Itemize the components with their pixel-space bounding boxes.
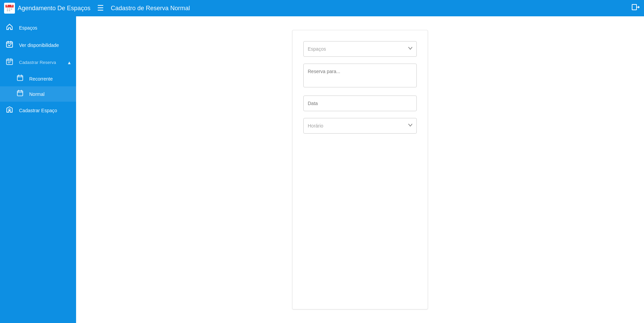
topbar-left: Agendamento De Espaços ☰ Cadastro de Res…: [4, 2, 190, 14]
sidebar-item-cadastrar-espaco[interactable]: Cadastrar Espaço: [0, 102, 76, 119]
form-card: Espaços Espaço 1 Espaço 2 Espaço 3: [292, 30, 428, 309]
app-title: Agendamento De Espaços: [18, 5, 90, 12]
page-title: Cadastro de Reserva Normal: [111, 5, 190, 12]
sidebar-item-espacos[interactable]: Espaços: [0, 19, 76, 36]
calendar-recorrente-icon: [16, 74, 24, 83]
svg-rect-6: [7, 8, 8, 10]
svg-rect-10: [9, 10, 10, 11]
sidebar-item-ver-disponibilidade-label: Ver disponibilidade: [19, 42, 59, 48]
content-area: Espaços Espaço 1 Espaço 2 Espaço 3: [76, 16, 644, 323]
exit-icon[interactable]: [631, 3, 640, 14]
calendar-normal-icon: [16, 90, 24, 98]
sidebar-item-cadastrar-reserva-label: Cadastrar Reserva: [19, 60, 56, 65]
sidebar: Espaços Ver disponibilidade: [0, 16, 76, 323]
data-input[interactable]: [303, 96, 417, 111]
sidebar-subitem-recorrente-label: Recorrente: [29, 76, 53, 82]
svg-rect-31: [9, 109, 10, 110]
espacos-select[interactable]: Espaços Espaço 1 Espaço 2 Espaço 3: [303, 41, 417, 57]
reserva-textarea[interactable]: [303, 64, 417, 87]
horario-select[interactable]: Horário 08:00 - 09:00 09:00 - 10:00 10:0…: [303, 118, 417, 134]
sidebar-item-cadastrar-reserva[interactable]: Cadastrar Reserva ▴: [0, 54, 76, 71]
app-logo: Agendamento De Espaços: [4, 3, 90, 14]
svg-rect-27: [17, 91, 23, 96]
calendar-logo-svg: [5, 3, 14, 13]
sidebar-subitem-recorrente[interactable]: Recorrente: [0, 71, 76, 86]
svg-rect-8: [11, 8, 12, 10]
reserva-field-wrapper: [303, 64, 417, 89]
calendar-list-icon: [5, 58, 14, 67]
svg-rect-23: [17, 75, 23, 81]
topbar-right: [631, 3, 640, 14]
horario-field-wrapper: Horário 08:00 - 09:00 09:00 - 10:00 10:0…: [303, 118, 417, 134]
svg-rect-7: [9, 8, 10, 10]
building-icon: [5, 106, 14, 115]
svg-rect-11: [632, 4, 637, 10]
home-icon: [5, 23, 14, 32]
calendar-check-icon: [5, 40, 14, 50]
logo-icon: [4, 3, 15, 14]
svg-rect-3: [5, 6, 14, 7]
svg-rect-9: [7, 10, 8, 11]
chevron-up-icon: ▴: [68, 59, 71, 66]
svg-rect-13: [6, 42, 13, 47]
main-layout: Espaços Ver disponibilidade: [0, 16, 644, 323]
topbar: Agendamento De Espaços ☰ Cadastro de Res…: [0, 0, 644, 16]
sidebar-subitem-normal[interactable]: Normal: [0, 86, 76, 102]
data-field-wrapper: [303, 96, 417, 111]
hamburger-icon[interactable]: ☰: [96, 2, 105, 14]
sidebar-subitem-normal-label: Normal: [29, 91, 44, 97]
espacos-field-wrapper: Espaços Espaço 1 Espaço 2 Espaço 3: [303, 41, 417, 57]
sidebar-item-cadastrar-espaco-label: Cadastrar Espaço: [19, 108, 57, 113]
sidebar-item-espacos-label: Espaços: [19, 25, 37, 31]
sidebar-item-ver-disponibilidade[interactable]: Ver disponibilidade: [0, 36, 76, 54]
